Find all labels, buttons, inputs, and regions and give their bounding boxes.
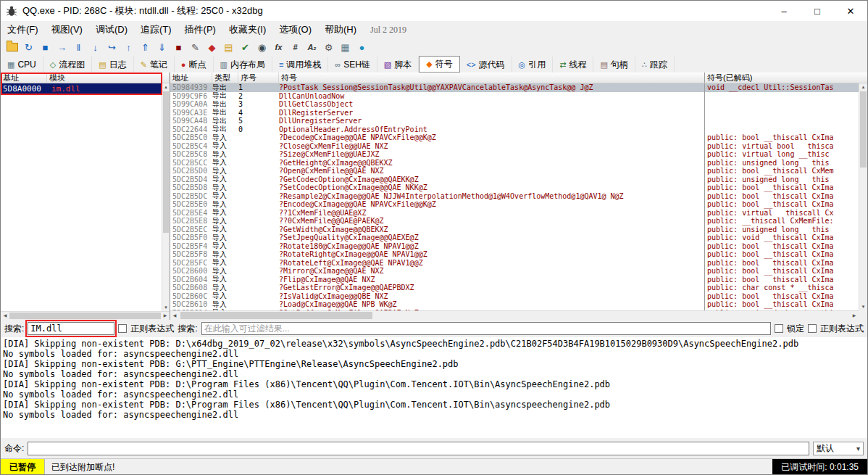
breakpoint-icon[interactable]: ■: [170, 40, 187, 55]
tab-symbols[interactable]: ◆ 符号: [419, 56, 459, 73]
step-into-icon[interactable]: ↓: [87, 40, 104, 55]
symbol-row[interactable]: 5DC2B5E0 导入 ?Encode@CxImage@@QAE_NPAVCxF…: [170, 200, 859, 209]
tab-notes[interactable]: ✎ 笔记: [134, 57, 175, 73]
maximize-button[interactable]: □: [801, 1, 834, 21]
restart-icon[interactable]: ↻: [20, 40, 37, 55]
menu-item[interactable]: 追踪(T): [134, 21, 178, 38]
symbol-row[interactable]: 5DC2B5DC 导入 ?Resample2@CxImage@@QAE_NJJW…: [170, 192, 859, 201]
run-icon[interactable]: →: [54, 40, 70, 55]
regex-checkbox-symbols[interactable]: [808, 324, 817, 333]
symbol-row[interactable]: 5DC2B5FC 导入 ?RotateLeft@CxImage@@QAE_NPA…: [170, 259, 859, 268]
scroll-right-icon[interactable]: ▶: [162, 313, 169, 319]
lock-checkbox[interactable]: [775, 324, 783, 333]
symbol-row[interactable]: 5DC2B5EC 导入 ?GetWidth@CxImage@@QBEKXZ pu…: [170, 226, 859, 234]
symbols-vscrollbar[interactable]: ▲ ▼: [859, 83, 867, 310]
tab-memory-map[interactable]: ▥ 内存布局: [214, 57, 272, 73]
symbols-header-ordinal[interactable]: 序号: [238, 73, 279, 83]
scroll-left-icon[interactable]: ◀: [171, 313, 178, 319]
fx-icon[interactable]: fx: [270, 40, 287, 55]
settings-icon[interactable]: ⚙: [320, 40, 337, 55]
module-row[interactable]: 5D8A0000 im.dll: [1, 83, 162, 94]
favourites-icon[interactable]: ◆: [204, 40, 220, 55]
minimize-button[interactable]: –: [767, 1, 801, 21]
symbol-row[interactable]: 5D984939 导出 1 ?PostTask_Session@SessionT…: [170, 83, 859, 92]
pause-icon[interactable]: ‖: [70, 40, 87, 55]
tab-trace[interactable]: ∴ 跟踪: [635, 57, 675, 73]
scroll-right-icon[interactable]: ▶: [851, 313, 858, 319]
symbols-header-type[interactable]: 类型: [212, 73, 238, 83]
symbols-header-symbol[interactable]: 符号: [279, 73, 704, 83]
titlebar[interactable]: QQ.exe - PID: 268C - 模块: ntdll.dll - 线程:…: [1, 1, 867, 22]
symbol-row[interactable]: 5DC2B5F8 导入 ?RotateRight@CxImage@@QAE_NP…: [170, 250, 859, 259]
scroll-down-icon[interactable]: ▼: [859, 303, 867, 310]
check-icon[interactable]: ✔: [237, 40, 254, 55]
symbols-header-address[interactable]: 地址: [170, 73, 212, 83]
symbol-row[interactable]: 5DC2B5C8 导入 ?Size@CxMemFile@@UAEJXZ publ…: [170, 150, 859, 159]
module-search-input[interactable]: [28, 322, 114, 335]
symbol-row[interactable]: 5D99CA4B 导出 5 DllUnregisterServer: [170, 117, 859, 125]
symbols-hscroll-thumb[interactable]: [180, 312, 372, 319]
symbol-row[interactable]: 5DC22644 导出 0 OptionalHeader.AddressOfEn…: [170, 125, 859, 134]
menu-item[interactable]: 文件(F): [1, 21, 45, 38]
symbol-row[interactable]: 5DC2B608 导入 ?GetLastError@CxImage@@QAEPB…: [170, 284, 859, 292]
menu-item[interactable]: 收藏夹(I): [222, 21, 272, 38]
menu-item[interactable]: 选项(O): [272, 21, 318, 38]
execute-till-return-icon[interactable]: ↑: [120, 40, 137, 55]
comment-icon[interactable]: ▤: [220, 40, 237, 55]
close-button[interactable]: ✕: [834, 1, 867, 21]
regex-checkbox-modules[interactable]: [118, 324, 127, 333]
symbol-row[interactable]: 5DC2B5E8 导入 ??0CxMemFile@@QAE@PAEK@Z pub…: [170, 217, 859, 226]
tab-references[interactable]: ◎ 引用: [512, 57, 554, 73]
globe-icon[interactable]: ●: [354, 40, 370, 55]
modules-vscrollbar[interactable]: ▲ ▼: [162, 83, 170, 311]
profile-dropdown[interactable]: 默认 ▾: [813, 442, 864, 455]
tab-source[interactable]: <> 源代码: [460, 57, 512, 73]
symbol-row[interactable]: 5DC2B5C4 导入 ?Close@CxMemFile@@UAE_NXZ pu…: [170, 142, 859, 151]
symbol-filter-input[interactable]: [201, 322, 771, 335]
menu-item[interactable]: 插件(P): [178, 21, 222, 38]
symbol-row[interactable]: 5DC2B5C0 导入 ?Decode@CxImage@@QAE_NPAVCxF…: [170, 133, 859, 142]
menu-item[interactable]: 帮助(H): [318, 21, 363, 38]
symbol-row[interactable]: 5DC2B5D0 导入 ?Open@CxMemFile@@QAE_NXZ pub…: [170, 167, 859, 175]
command-input[interactable]: [28, 442, 809, 455]
symbol-row[interactable]: 5DC2B5CC 导入 ?GetHeight@CxImage@@QBEKXZ p…: [170, 159, 859, 168]
symbol-row[interactable]: 5D99C9F6 导出 2 DllCanUnloadNow: [170, 92, 859, 101]
symbol-row[interactable]: 5DC2B5F0 导入 ?SetJpegQuality@CxImage@@QAE…: [170, 234, 859, 242]
search-icon[interactable]: ◉: [254, 40, 270, 55]
modules-vscroll-thumb[interactable]: [163, 91, 169, 233]
symbols-header-decoded[interactable]: 符号(已解码): [704, 73, 859, 83]
symbol-row[interactable]: 5DC2B600 导入 ?Mirror@CxImage@@QAE_NXZ pub…: [170, 267, 859, 276]
modules-hscrollbar[interactable]: ◀ ▶: [1, 311, 170, 320]
scroll-down-icon[interactable]: ▼: [162, 304, 170, 311]
symbols-vscroll-thumb[interactable]: [860, 91, 867, 168]
animate-into-icon[interactable]: ⇓: [154, 40, 170, 55]
tab-threads[interactable]: ⇄ 线程: [553, 57, 593, 73]
modules-hscroll-thumb[interactable]: [9, 313, 161, 319]
close-debuggee-icon[interactable]: ■: [37, 40, 54, 55]
menu-item[interactable]: 视图(V): [45, 21, 89, 38]
az-icon[interactable]: A₂: [304, 40, 320, 55]
open-file-icon[interactable]: [4, 40, 20, 55]
menu-item[interactable]: 调试(D): [89, 21, 134, 38]
symbol-row[interactable]: 5DC2B5E4 导入 ??1CxMemFile@@UAE@XZ public:…: [170, 209, 859, 218]
symbol-row[interactable]: 5DC2B5D4 导入 ?GetCodecOption@CxImage@@QAE…: [170, 175, 859, 184]
symbol-row[interactable]: 5D99CA3E 导出 4 DllRegisterServer: [170, 109, 859, 117]
scroll-up-icon[interactable]: ▲: [859, 83, 867, 91]
step-over-icon[interactable]: ↪: [104, 40, 120, 55]
symbol-row[interactable]: 5DC2B5F4 导入 ?Rotate180@CxImage@@QAE_NPAV…: [170, 242, 859, 251]
tab-breakpoints[interactable]: ● 断点: [175, 57, 214, 73]
calculator-icon[interactable]: ▦: [337, 40, 354, 55]
tab-log[interactable]: ▤ 日志: [92, 57, 133, 73]
scroll-up-icon[interactable]: ▲: [162, 83, 170, 91]
modules-header-base[interactable]: 基址: [1, 73, 47, 83]
hash-icon[interactable]: #: [287, 40, 304, 55]
symbol-row[interactable]: 5D99CA0A 导出 3 DllGetClassObject: [170, 100, 859, 109]
symbols-hscrollbar[interactable]: ◀ ▶: [170, 310, 859, 320]
symbol-row[interactable]: 5DC2B604 导入 ?Flip@CxImage@@QAE_NXZ publi…: [170, 276, 859, 284]
tab-graph[interactable]: ◇ 流程图: [43, 57, 92, 73]
tab-cpu[interactable]: ▦ CPU: [1, 57, 43, 73]
tab-handles[interactable]: ▤ 句柄: [593, 57, 635, 73]
patch-icon[interactable]: ✎: [187, 40, 204, 55]
modules-header-module[interactable]: 模块: [47, 73, 170, 83]
run-to-user-code-icon[interactable]: ⇑: [137, 40, 154, 55]
